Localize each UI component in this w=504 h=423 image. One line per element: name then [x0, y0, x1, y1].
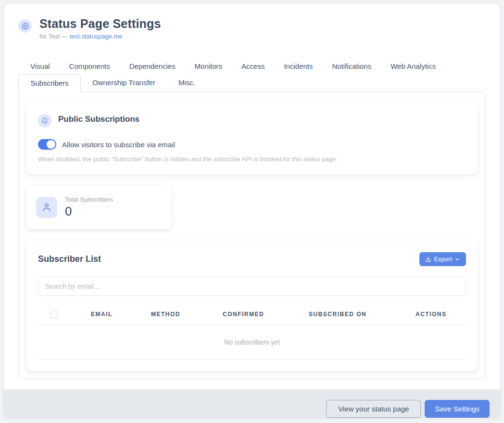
tabs-row-primary: Visual Components Dependencies Monitors …: [4, 58, 500, 74]
search-input[interactable]: [38, 277, 466, 296]
header-titles: Status Page Settings for Test — test.sta…: [39, 16, 161, 40]
save-settings-button[interactable]: Save Settings: [425, 400, 490, 418]
column-header-method: METHOD: [151, 306, 223, 325]
download-icon: [425, 256, 431, 262]
empty-state-message: No subscribers yet: [38, 325, 466, 359]
column-header-confirmed: CONFIRMED: [223, 306, 309, 325]
export-button[interactable]: Export: [419, 252, 466, 266]
total-subscribers-value: 0: [65, 204, 113, 219]
public-subscriptions-header: Public Subscriptions: [38, 111, 466, 128]
tab-web-analytics[interactable]: Web Analytics: [381, 58, 445, 74]
subscriber-list-title: Subscriber List: [38, 254, 101, 264]
tab-visual[interactable]: Visual: [18, 58, 60, 74]
gear-icon: [18, 19, 32, 33]
export-button-label: Export: [434, 256, 452, 263]
tab-components[interactable]: Components: [60, 58, 120, 74]
settings-window: Status Page Settings for Test — test.sta…: [4, 4, 500, 418]
page-subtitle: for Test — test.statuspage.me: [39, 33, 161, 40]
subscribe-helper-text: When disabled, the public “Subscribe” bu…: [38, 155, 466, 163]
empty-state-row: No subscribers yet: [38, 325, 466, 359]
column-header-email: EMAIL: [91, 306, 151, 325]
public-subscriptions-card: Public Subscriptions Allow visitors to s…: [26, 100, 478, 174]
status-page-link[interactable]: test.statuspage.me: [70, 33, 123, 40]
tab-misc[interactable]: Misc.: [167, 74, 207, 91]
subscribe-toggle[interactable]: [38, 139, 56, 150]
total-subscribers-card: Total Subscribers 0: [26, 185, 172, 230]
subscriber-table: EMAIL METHOD CONFIRMED SUBSCRIBED ON ACT…: [38, 306, 466, 359]
total-subscribers-label: Total Subscribers: [65, 196, 113, 203]
tab-monitors[interactable]: Monitors: [185, 58, 232, 74]
user-icon: [36, 197, 57, 218]
subtitle-prefix: for Test —: [39, 33, 70, 40]
footer-bar: View your status page Save Settings: [4, 389, 500, 418]
tab-dependencies[interactable]: Dependencies: [120, 58, 185, 74]
page-header: Status Page Settings for Test — test.sta…: [4, 4, 500, 40]
tabs-row-secondary: Subscribers Ownership Transfer Misc.: [4, 74, 500, 91]
bell-icon: [38, 114, 51, 128]
column-header-subscribed-on: SUBSCRIBED ON: [309, 306, 416, 325]
subscriber-list-header: Subscriber List Export: [38, 252, 466, 266]
tab-access[interactable]: Access: [232, 58, 274, 74]
tab-incidents[interactable]: Incidents: [274, 58, 322, 74]
total-subscribers-stat: Total Subscribers 0: [65, 196, 113, 219]
chevron-down-icon: [454, 256, 460, 262]
column-header-actions: ACTIONS: [416, 306, 466, 325]
tab-subscribers[interactable]: Subscribers: [18, 74, 81, 92]
subscribers-tab-panel: Public Subscriptions Allow visitors to s…: [18, 91, 486, 379]
tab-ownership-transfer[interactable]: Ownership Transfer: [81, 74, 167, 91]
table-header-row: EMAIL METHOD CONFIRMED SUBSCRIBED ON ACT…: [38, 306, 466, 325]
public-subscriptions-title: Public Subscriptions: [58, 115, 139, 124]
select-all-checkbox[interactable]: [50, 310, 58, 318]
subscribe-toggle-row: Allow visitors to subscribe via email: [38, 139, 466, 150]
page-title: Status Page Settings: [39, 16, 161, 31]
toggle-knob: [47, 140, 55, 149]
subscriber-list-card: Subscriber List Export: [26, 241, 478, 371]
view-status-page-button[interactable]: View your status page: [326, 400, 421, 418]
subscribe-toggle-label: Allow visitors to subscribe via email: [62, 141, 175, 149]
tab-notifications[interactable]: Notifications: [323, 58, 381, 74]
